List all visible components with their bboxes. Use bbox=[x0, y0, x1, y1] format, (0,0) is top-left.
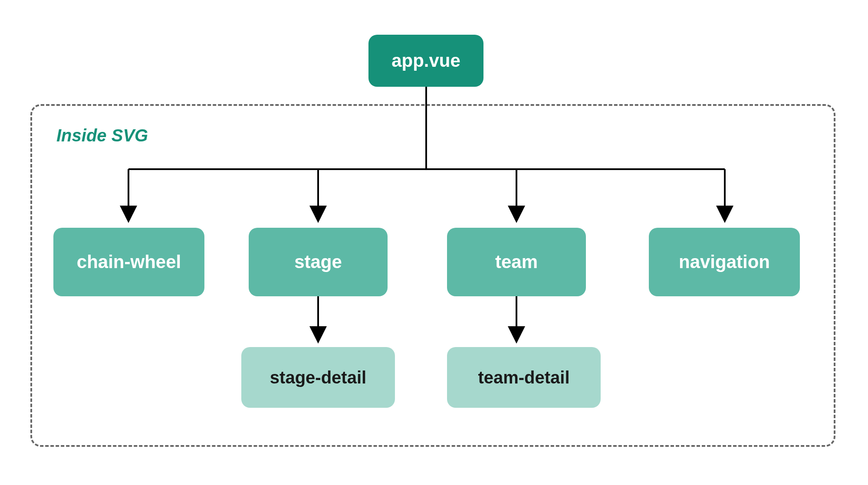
node-label: team-detail bbox=[478, 368, 569, 387]
node-navigation: navigation bbox=[649, 228, 800, 296]
node-team: team bbox=[447, 228, 586, 296]
node-chain-wheel: chain-wheel bbox=[53, 228, 204, 296]
inside-svg-label: Inside SVG bbox=[56, 126, 148, 145]
node-label: chain-wheel bbox=[77, 252, 181, 272]
node-app-vue: app.vue bbox=[368, 35, 483, 87]
node-label: navigation bbox=[679, 252, 770, 272]
node-label: stage-detail bbox=[270, 368, 366, 387]
node-stage-detail: stage-detail bbox=[241, 347, 395, 408]
node-team-detail: team-detail bbox=[447, 347, 601, 408]
node-stage: stage bbox=[249, 228, 388, 296]
node-label: team bbox=[495, 252, 538, 272]
node-label: app.vue bbox=[391, 50, 460, 71]
node-label: stage bbox=[294, 252, 342, 272]
diagram-container: Inside SVG app.vue chain-wheel stage tea… bbox=[0, 0, 868, 485]
